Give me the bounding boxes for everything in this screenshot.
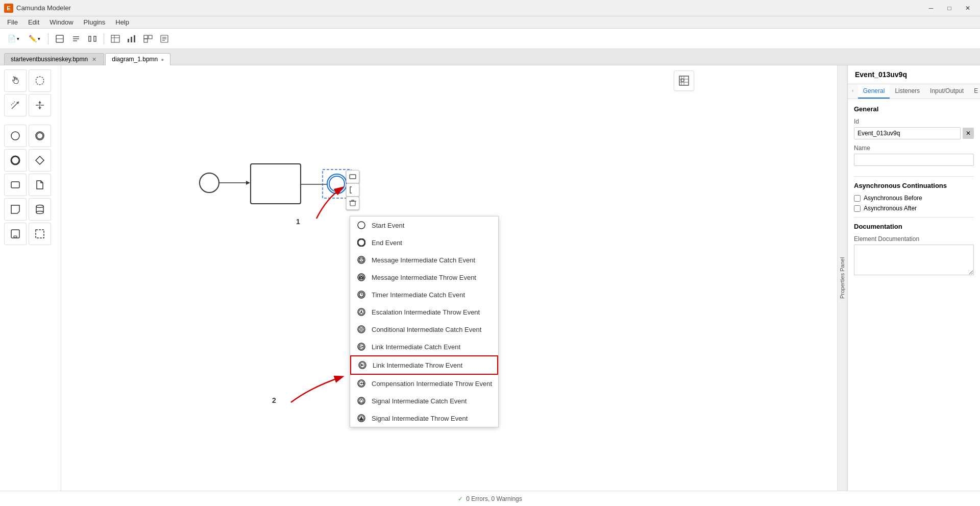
connect-icon bbox=[10, 100, 20, 110]
task-element[interactable] bbox=[250, 163, 301, 204]
properties-panel-tab[interactable]: Properties Panel bbox=[837, 65, 847, 491]
svg-rect-11 bbox=[131, 37, 132, 42]
app-title: Camunda Modeler bbox=[16, 4, 923, 12]
morph-cond-label: Conditional Intermediate Catch Event bbox=[372, 326, 481, 333]
properties-title: Event_013uv9q bbox=[848, 65, 980, 84]
svg-marker-24 bbox=[38, 101, 41, 103]
morph-sig-catch[interactable]: Signal Intermediate Catch Event bbox=[350, 392, 498, 409]
morph-sig-throw-label: Signal Intermediate Throw Event bbox=[372, 415, 468, 422]
tool-row-7 bbox=[4, 223, 57, 245]
menu-window[interactable]: Window bbox=[44, 17, 78, 27]
svg-rect-10 bbox=[128, 39, 129, 42]
selection-tool[interactable] bbox=[29, 223, 51, 245]
intermediate-event-tool[interactable] bbox=[29, 125, 51, 147]
prop-tab-inputoutput[interactable]: Input/Output bbox=[925, 84, 969, 99]
tool-row-3 bbox=[4, 125, 57, 147]
canvas-area[interactable]: 1 Start Event End Event bbox=[61, 65, 837, 491]
cp-task[interactable] bbox=[346, 170, 359, 183]
open-file-dropdown[interactable]: ✏️ ▾ bbox=[25, 33, 44, 44]
tab-diagram1-label: diagram_1.bpmn bbox=[112, 56, 158, 63]
morph-esc-throw[interactable]: Escalation Intermediate Throw Event bbox=[350, 303, 498, 321]
menu-plugins[interactable]: Plugins bbox=[79, 17, 111, 27]
morph-sig-catch-icon bbox=[356, 396, 366, 406]
toolbar: 📄 ▾ ✏️ ▾ bbox=[0, 29, 980, 49]
dataobject-tool[interactable] bbox=[29, 174, 51, 196]
annotation-label-2: 2 bbox=[272, 396, 276, 404]
prop-element-doc-label: Element Documentation bbox=[854, 235, 974, 243]
prop-tabs-back[interactable]: ‹ bbox=[848, 84, 858, 99]
morph-esc-label: Escalation Intermediate Throw Event bbox=[372, 308, 480, 316]
svg-rect-13 bbox=[144, 35, 148, 39]
note-tool[interactable] bbox=[4, 198, 27, 221]
datastorage-tool[interactable] bbox=[29, 198, 51, 221]
tab-diagram1[interactable]: diagram_1.bpmn ● bbox=[105, 53, 170, 65]
tab-startevent[interactable]: starteventbussineskey.bpmn ✕ bbox=[4, 53, 104, 65]
cp-delete-button[interactable] bbox=[346, 197, 359, 210]
minimap-toggle[interactable] bbox=[674, 70, 694, 91]
folder-icon: ✏️ bbox=[29, 35, 37, 42]
prop-element-doc-textarea[interactable] bbox=[854, 245, 974, 275]
toolbar-btn-7[interactable] bbox=[157, 32, 172, 46]
toolbar-btn-2[interactable] bbox=[69, 32, 83, 46]
connect-tool[interactable] bbox=[4, 94, 27, 116]
prop-async-before-checkbox[interactable] bbox=[854, 195, 861, 202]
prop-tab-listeners[interactable]: Listeners bbox=[890, 84, 925, 99]
morph-msg-catch[interactable]: Message Intermediate Catch Event bbox=[350, 251, 498, 269]
toolbar-btn-6[interactable] bbox=[141, 32, 155, 46]
close-button[interactable]: ✕ bbox=[960, 2, 976, 14]
space-tool[interactable] bbox=[29, 94, 51, 116]
toolbar-btn-4[interactable] bbox=[108, 32, 122, 46]
space-icon bbox=[35, 100, 45, 110]
lasso-tool[interactable] bbox=[29, 69, 51, 92]
dmn-icon bbox=[143, 35, 153, 43]
morph-sig-throw[interactable]: Signal Intermediate Throw Event bbox=[350, 409, 498, 427]
tab-startevent-close[interactable]: ✕ bbox=[91, 56, 97, 63]
hand-tool[interactable] bbox=[4, 69, 27, 92]
morph-timer-catch[interactable]: Timer Intermediate Catch Event bbox=[350, 286, 498, 303]
minimize-button[interactable]: ─ bbox=[923, 2, 939, 14]
toolbar-btn-3[interactable] bbox=[85, 32, 100, 46]
svg-rect-50 bbox=[350, 175, 356, 179]
task-tool[interactable] bbox=[4, 174, 27, 196]
morph-cond-catch[interactable]: Conditional Intermediate Catch Event bbox=[350, 321, 498, 338]
morph-end-event[interactable]: End Event bbox=[350, 234, 498, 251]
prop-async-after-row: Asynchronous After bbox=[854, 205, 974, 212]
properties-side: Properties Panel Event_013uv9q ‹ General… bbox=[837, 65, 980, 491]
menu-file[interactable]: File bbox=[2, 17, 23, 27]
prop-tab-general[interactable]: General bbox=[858, 84, 890, 99]
svg-marker-79 bbox=[360, 346, 363, 348]
maximize-button[interactable]: □ bbox=[941, 2, 958, 14]
prop-name-input[interactable] bbox=[854, 154, 974, 166]
start-event-element[interactable] bbox=[199, 173, 219, 193]
morph-timer-label: Timer Intermediate Catch Event bbox=[372, 291, 465, 299]
toolbar-btn-5[interactable] bbox=[125, 32, 139, 46]
tools-panel bbox=[0, 65, 61, 491]
morph-msg-throw[interactable]: Message Intermediate Throw Event bbox=[350, 269, 498, 286]
end-event-tool[interactable] bbox=[4, 149, 27, 172]
morph-msg-catch-icon bbox=[356, 255, 366, 265]
morph-comp-throw[interactable]: Compensation Intermediate Throw Event bbox=[350, 375, 498, 392]
start-event-tool[interactable] bbox=[4, 125, 27, 147]
menu-edit[interactable]: Edit bbox=[23, 17, 44, 27]
morph-start-event[interactable]: Start Event bbox=[350, 216, 498, 234]
morph-link-catch[interactable]: Link Intermediate Catch Event bbox=[350, 338, 498, 355]
svg-marker-42 bbox=[246, 181, 250, 185]
prop-id-input[interactable] bbox=[854, 127, 961, 139]
toolbar-btn-1[interactable] bbox=[53, 32, 67, 46]
cp-subprocess[interactable] bbox=[346, 183, 359, 197]
prop-async-after-checkbox[interactable] bbox=[854, 205, 861, 212]
task-icon bbox=[10, 180, 20, 190]
menu-help[interactable]: Help bbox=[110, 17, 134, 27]
prop-divider-1 bbox=[854, 176, 974, 177]
svg-rect-7 bbox=[111, 35, 119, 42]
prop-divider-2 bbox=[854, 217, 974, 218]
prop-id-label: Id bbox=[854, 118, 974, 125]
prop-tab-extra[interactable]: E bbox=[969, 84, 980, 99]
prop-id-clear[interactable]: ✕ bbox=[963, 128, 974, 139]
subprocess-tool[interactable] bbox=[4, 223, 27, 245]
svg-point-30 bbox=[37, 133, 43, 139]
morph-link-throw[interactable]: Link Intermediate Throw Event bbox=[350, 355, 498, 375]
tool-row-4 bbox=[4, 149, 57, 172]
gateway-tool[interactable] bbox=[29, 149, 51, 172]
new-diagram-dropdown[interactable]: 📄 ▾ bbox=[4, 33, 23, 44]
